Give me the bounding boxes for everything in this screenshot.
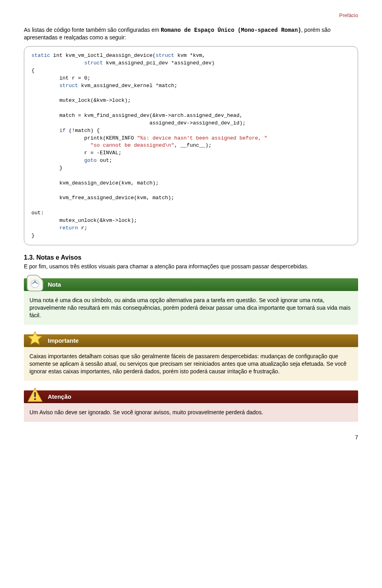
string-literal: "so cannot be deassigned bbox=[90, 142, 165, 148]
page-number: 7 bbox=[24, 434, 358, 441]
kw-return: return bbox=[59, 225, 78, 231]
svg-rect-2 bbox=[34, 392, 36, 397]
section-heading: 1.3. Notas e Avisos bbox=[24, 253, 358, 262]
svg-point-3 bbox=[34, 398, 36, 400]
warning-title: Atenção bbox=[24, 390, 358, 403]
kw-static: static bbox=[31, 52, 50, 58]
section-body: E por fim, usamos três estilos visuais p… bbox=[24, 263, 358, 270]
svg-rect-1 bbox=[34, 281, 36, 282]
note-icon bbox=[26, 274, 44, 292]
kw-struct: struct bbox=[84, 60, 103, 66]
mono-font-name: Romano de Espaço Único (Mono-spaced Roma… bbox=[161, 27, 301, 33]
warning-body: Um Aviso não deve ser ignorado. Se você … bbox=[24, 403, 358, 422]
important-title: Importante bbox=[24, 334, 358, 347]
string-literal: "%s: device hasn't been assigned before,… bbox=[137, 135, 267, 141]
kw-struct: struct bbox=[59, 83, 78, 89]
admonition-important: Importante Caixas importantes detalham c… bbox=[24, 334, 358, 381]
intro-paragraph: As listas de código fonte também são con… bbox=[24, 26, 358, 42]
admonition-warning: Atenção Um Aviso não deve ser ignorado. … bbox=[24, 390, 358, 422]
running-head: Prefácio bbox=[24, 12, 358, 19]
intro-text-before: As listas de código fonte também são con… bbox=[24, 27, 161, 33]
note-title: Nota bbox=[24, 278, 358, 291]
admonition-note: Nota Uma nota é uma dica ou símbolo, ou … bbox=[24, 278, 358, 325]
kw-if: if bbox=[59, 128, 66, 134]
kw-goto: goto bbox=[84, 157, 97, 163]
note-body: Uma nota é uma dica ou símbolo, ou ainda… bbox=[24, 291, 358, 325]
code-listing: static int kvm_vm_ioctl_deassign_device(… bbox=[24, 46, 358, 245]
important-icon bbox=[26, 330, 44, 348]
important-body: Caixas importantes detalham coisas que s… bbox=[24, 347, 358, 381]
warning-icon bbox=[26, 386, 44, 404]
kw-struct: struct bbox=[156, 52, 174, 58]
